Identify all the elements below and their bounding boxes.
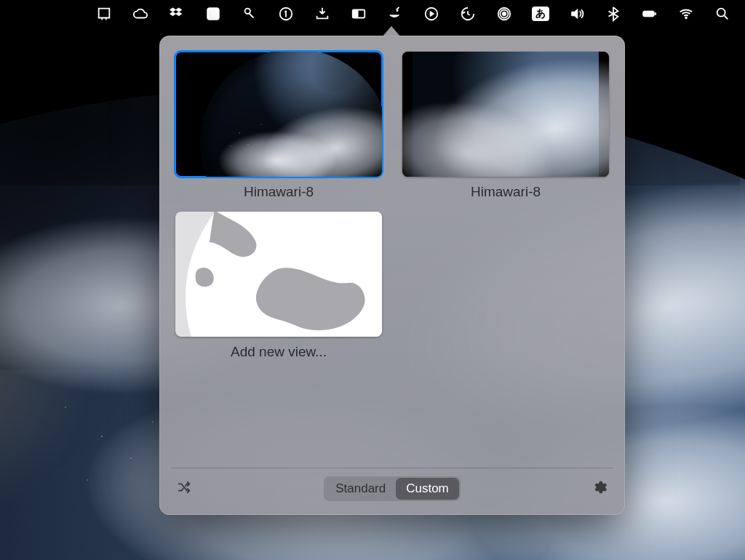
view-tile-label: Himawari-8 — [244, 184, 314, 200]
view-thumbnail — [175, 52, 382, 177]
shuffle-button[interactable] — [177, 479, 193, 498]
svg-point-12 — [685, 17, 688, 19]
segment-standard[interactable]: Standard — [325, 478, 396, 500]
input-method-icon[interactable]: あ — [531, 4, 550, 23]
key-icon[interactable] — [240, 4, 259, 23]
svg-rect-5 — [353, 10, 358, 18]
battery-icon[interactable] — [640, 4, 659, 23]
add-view-thumbnail — [175, 212, 382, 337]
spotlight-search-icon[interactable] — [713, 4, 732, 23]
play-circle-icon[interactable] — [422, 4, 441, 23]
popover-footer: Standard Custom — [174, 476, 610, 505]
download-tray-icon[interactable] — [313, 4, 332, 23]
add-view-tile[interactable]: Add new view... — [174, 212, 383, 360]
segment-custom[interactable]: Custom — [396, 478, 459, 500]
wifi-icon[interactable] — [677, 4, 696, 23]
add-view-label: Add new view... — [231, 344, 327, 360]
onepassword-icon[interactable] — [276, 4, 295, 23]
menubar: ℞ あ — [0, 0, 745, 28]
svg-rect-11 — [655, 12, 656, 15]
bluetooth-icon[interactable] — [604, 4, 623, 23]
divider — [171, 468, 613, 468]
view-tile-label: Himawari-8 — [471, 184, 541, 200]
view-thumbnail — [402, 52, 609, 177]
airdrop-icon[interactable] — [495, 4, 514, 23]
rectangle-icon[interactable] — [349, 4, 368, 23]
view-tile-1[interactable]: Himawari-8 — [174, 52, 383, 200]
settings-button[interactable] — [591, 479, 607, 498]
popover-caret — [383, 26, 400, 36]
volume-icon[interactable] — [567, 4, 586, 23]
prescription-icon[interactable]: ℞ — [204, 4, 223, 23]
svg-rect-10 — [643, 11, 655, 17]
svg-point-7 — [502, 12, 506, 16]
svg-text:℞: ℞ — [210, 9, 218, 20]
cloud-icon[interactable] — [131, 4, 150, 23]
satellite-views-popover: Himawari-8 Himawari-8 Add new view... St… — [159, 36, 625, 515]
mode-segmented-control: Standard Custom — [324, 476, 461, 501]
satellite-dish-icon[interactable] — [386, 4, 405, 23]
dropbox-icon[interactable] — [167, 4, 186, 23]
views-grid: Himawari-8 Himawari-8 Add new view... — [174, 52, 610, 462]
time-machine-icon[interactable] — [458, 4, 477, 23]
view-tile-2[interactable]: Himawari-8 — [401, 52, 610, 200]
app-icon-generic[interactable] — [95, 4, 113, 23]
svg-point-13 — [717, 9, 725, 17]
